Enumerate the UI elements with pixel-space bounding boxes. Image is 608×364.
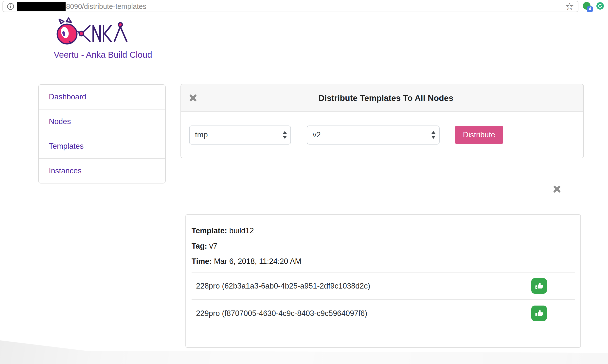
sidebar-item-nodes[interactable]: Nodes bbox=[39, 109, 165, 134]
up-down-arrows-icon bbox=[431, 131, 436, 139]
thumbs-up-icon bbox=[531, 278, 547, 294]
template-field: Template: build12 bbox=[192, 223, 575, 238]
sidebar-item-instances[interactable]: Instances bbox=[39, 158, 165, 183]
anka-logo-graphic bbox=[54, 17, 128, 46]
distribution-result-card: Template: build12 Tag: v7 Time: Mar 6, 2… bbox=[185, 214, 581, 348]
up-down-arrows-icon bbox=[283, 131, 287, 139]
browser-chrome: 8090/distribute-templates ☆ 4 G bbox=[0, 0, 608, 15]
distribute-panel-header: Distribute Templates To All Nodes bbox=[181, 84, 583, 112]
anka-logo: NKA bbox=[54, 17, 128, 47]
result-fields: Template: build12 Tag: v7 Time: Mar 6, 2… bbox=[192, 215, 575, 269]
sidebar-item-templates[interactable]: Templates bbox=[39, 134, 165, 158]
sidebar-item-dashboard[interactable]: Dashboard bbox=[39, 85, 165, 109]
extension-badge: 4 bbox=[587, 6, 593, 12]
brand-subtitle: Veertu - Anka Build Cloud bbox=[54, 50, 152, 60]
close-icon[interactable] bbox=[189, 94, 197, 102]
distribute-button[interactable]: Distribute bbox=[455, 126, 503, 144]
url-text[interactable]: 8090/distribute-templates bbox=[66, 2, 146, 11]
time-field-label: Time: bbox=[192, 257, 212, 266]
template-field-label: Template: bbox=[192, 226, 227, 235]
node-row: 228pro (62b3a1a3-6ab0-4b25-a951-2df9c103… bbox=[192, 272, 575, 299]
redacted-host bbox=[17, 2, 66, 11]
template-select-value: tmp bbox=[195, 130, 208, 139]
distribute-panel-body: tmp v2 Distribute bbox=[181, 112, 583, 158]
template-select[interactable]: tmp bbox=[189, 126, 291, 145]
tag-field: Tag: v7 bbox=[192, 238, 575, 254]
node-row: 229pro (f8707005-4630-4c9c-8403-c9c59640… bbox=[192, 299, 575, 327]
tag-field-value: v7 bbox=[209, 242, 217, 250]
result-close-icon[interactable] bbox=[553, 185, 561, 193]
template-field-value: build12 bbox=[229, 226, 254, 235]
distribute-panel-title: Distribute Templates To All Nodes bbox=[197, 93, 575, 103]
thumbs-up-icon bbox=[531, 306, 547, 321]
node-name: 229pro (f8707005-4630-4c9c-8403-c9c59640… bbox=[196, 309, 367, 318]
tag-select[interactable]: v2 bbox=[307, 126, 440, 145]
time-field: Time: Mar 6, 2018, 11:24:20 AM bbox=[192, 254, 575, 269]
node-name: 228pro (62b3a1a3-6ab0-4b25-a951-2df9c103… bbox=[196, 282, 370, 291]
time-field-value: Mar 6, 2018, 11:24:20 AM bbox=[214, 257, 301, 266]
info-icon[interactable] bbox=[7, 3, 14, 10]
grammarly-icon[interactable]: G bbox=[596, 2, 604, 10]
tag-select-value: v2 bbox=[313, 130, 321, 139]
url-bar[interactable]: 8090/distribute-templates ☆ bbox=[2, 1, 578, 12]
sidebar-nav: Dashboard Nodes Templates Instances bbox=[38, 84, 166, 183]
bookmark-star-icon[interactable]: ☆ bbox=[565, 1, 574, 11]
tag-field-label: Tag: bbox=[192, 242, 207, 250]
distribute-panel: Distribute Templates To All Nodes tmp v2… bbox=[180, 84, 584, 158]
